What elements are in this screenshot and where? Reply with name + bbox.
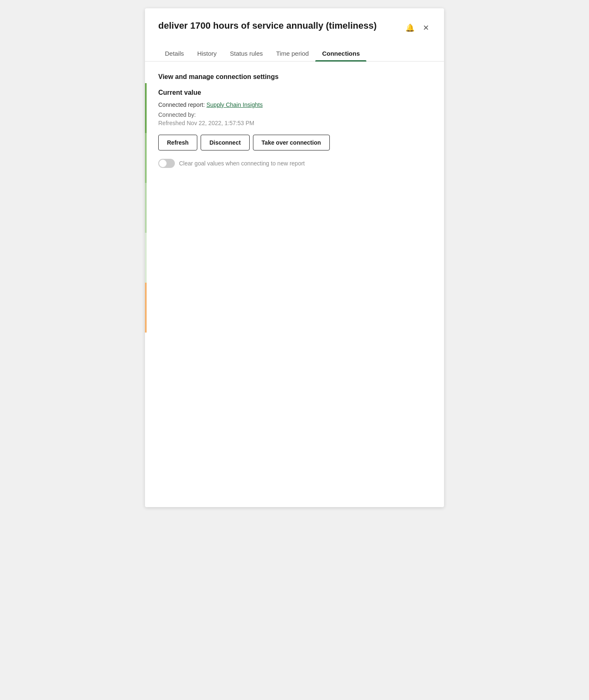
clear-goal-toggle[interactable] xyxy=(158,159,175,168)
toggle-row: Clear goal values when connecting to new… xyxy=(158,159,431,168)
tab-details[interactable]: Details xyxy=(158,46,191,61)
section-title: View and manage connection settings xyxy=(158,73,431,81)
close-button[interactable]: ✕ xyxy=(421,22,431,34)
current-value-title: Current value xyxy=(158,89,431,96)
connected-report-row: Connected report: Supply Chain Insights xyxy=(158,101,431,108)
tab-time-period[interactable]: Time period xyxy=(270,46,316,61)
take-over-button[interactable]: Take over connection xyxy=(253,135,330,150)
toggle-label: Clear goal values when connecting to new… xyxy=(179,160,305,167)
bell-icon: 🔔 xyxy=(405,23,415,32)
connected-report-label: Connected report: xyxy=(158,101,205,108)
connected-report-link[interactable]: Supply Chain Insights xyxy=(206,101,263,108)
refreshed-text: Refreshed Nov 22, 2022, 1:57:53 PM xyxy=(158,120,431,126)
close-icon: ✕ xyxy=(423,23,429,32)
connected-by-label: Connected by: xyxy=(158,111,431,118)
tabs-bar: Details History Status rules Time period… xyxy=(145,39,444,62)
refresh-button[interactable]: Refresh xyxy=(158,135,197,150)
main-panel: deliver 1700 hours of service annually (… xyxy=(145,8,444,507)
header-icons: 🔔 ✕ xyxy=(404,20,431,34)
header: deliver 1700 hours of service annually (… xyxy=(145,8,444,34)
toggle-slider xyxy=(158,159,175,168)
tab-history[interactable]: History xyxy=(191,46,223,61)
tab-connections[interactable]: Connections xyxy=(315,46,366,61)
content-area: View and manage connection settings Curr… xyxy=(145,62,444,180)
disconnect-button[interactable]: Disconnect xyxy=(201,135,249,150)
panel-title: deliver 1700 hours of service annually (… xyxy=(158,20,377,32)
action-buttons: Refresh Disconnect Take over connection xyxy=(158,135,431,150)
tab-status-rules[interactable]: Status rules xyxy=(223,46,270,61)
bell-icon-button[interactable]: 🔔 xyxy=(404,22,416,34)
